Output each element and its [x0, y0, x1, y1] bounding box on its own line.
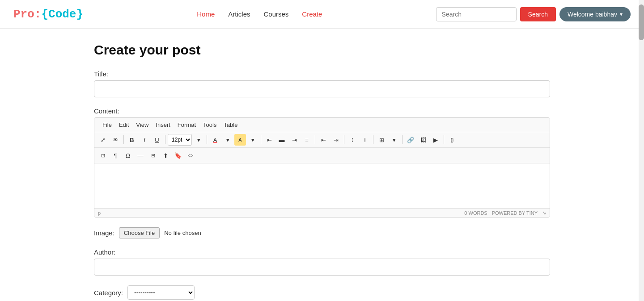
image-row: Image: Choose File No file chosen	[94, 227, 550, 238]
scrollbar-thumb[interactable]	[639, 4, 644, 40]
toolbar-sep-6	[344, 135, 344, 144]
logo-brace-close: }	[76, 8, 83, 21]
editor-container: File Edit View Insert Format Tools Table…	[94, 117, 550, 217]
no-file-text: No file chosen	[164, 230, 201, 236]
editor-powered-by: POWERED BY TINY	[492, 210, 538, 216]
toolbar-bold-btn[interactable]: B	[126, 134, 138, 146]
toolbar-sep-8	[402, 135, 402, 144]
nav-link-home[interactable]: Home	[197, 10, 215, 18]
toolbar-align-center-btn[interactable]: ▬	[276, 134, 288, 146]
nav-link-articles[interactable]: Articles	[228, 10, 250, 18]
choose-file-label[interactable]: Choose File	[119, 227, 160, 238]
toolbar-font-color-btn[interactable]: A	[209, 134, 221, 146]
category-select[interactable]: ----------	[127, 285, 195, 300]
toolbar-table-btn[interactable]: ⊞	[376, 134, 387, 146]
editor-toolbar-row1: ⤢ 👁 B I U 12pt 10pt 14pt 18pt ▾ A ▾ A ▾	[94, 132, 550, 148]
toolbar-bookmark-btn[interactable]: 🔖	[172, 150, 184, 161]
content-group: Content: File Edit View Insert Format To…	[94, 107, 550, 217]
toolbar-highlight-btn[interactable]: A	[234, 134, 246, 146]
toolbar-select-all-btn[interactable]: ⊡	[97, 150, 109, 161]
editor-paragraph-tag: p	[98, 210, 101, 216]
toolbar-preview-btn[interactable]: 👁	[110, 134, 121, 146]
editor-word-count: 0 WORDS	[464, 210, 487, 216]
toolbar-show-para-btn[interactable]: ¶	[110, 150, 121, 161]
category-row: Category: ----------	[94, 285, 550, 300]
nav-search-area: Search Welcome baibhav	[436, 7, 631, 21]
toolbar-underline-btn[interactable]: U	[151, 134, 163, 146]
search-button[interactable]: Search	[520, 7, 556, 21]
toolbar-sep-7	[373, 135, 373, 144]
logo[interactable]: Pro:{Code}	[13, 8, 83, 21]
editor-statusbar: p 0 WORDS POWERED BY TINY ↘	[94, 208, 550, 217]
toolbar-media-btn[interactable]: ▶	[430, 134, 441, 146]
toolbar-font-color-dropdown-btn[interactable]: ▾	[222, 134, 233, 146]
editor-menu-edit[interactable]: Edit	[115, 120, 132, 130]
toolbar-hr-btn[interactable]: —	[135, 150, 146, 161]
toolbar-sep-2	[165, 135, 165, 144]
toolbar-indent-btn[interactable]: ⇥	[330, 134, 342, 146]
editor-toolbar-row2: ⊡ ¶ Ω — ⊟ ⬆ 🔖 <>	[94, 148, 550, 163]
toolbar-align-justify-btn[interactable]: ≡	[301, 134, 313, 146]
toolbar-sep-3	[207, 135, 207, 144]
image-label: Image:	[94, 229, 114, 237]
toolbar-highlight-dropdown-btn[interactable]: ▾	[247, 134, 258, 146]
content-label: Content:	[94, 107, 550, 115]
author-group: Author:	[94, 248, 550, 276]
toolbar-code-block-btn[interactable]: {}	[446, 134, 458, 146]
nav-links: Home Articles Courses Create	[197, 10, 322, 18]
category-label: Category:	[94, 289, 123, 297]
toolbar-source-code-btn[interactable]: <>	[185, 150, 196, 161]
toolbar-italic-btn[interactable]: I	[139, 134, 150, 146]
logo-brace-open: {	[41, 8, 48, 21]
editor-menu-tools[interactable]: Tools	[199, 120, 220, 130]
toolbar-sep-5	[315, 135, 315, 144]
scrollbar[interactable]	[639, 0, 644, 301]
toolbar-table-dropdown-btn[interactable]: ▾	[388, 134, 400, 146]
welcome-button[interactable]: Welcome baibhav	[559, 7, 631, 21]
toolbar-outdent-btn[interactable]: ⇤	[318, 134, 329, 146]
editor-menu-view[interactable]: View	[132, 120, 152, 130]
nav-link-create[interactable]: Create	[302, 10, 322, 18]
toolbar-pagebreak-btn[interactable]: ⊟	[147, 150, 159, 161]
logo-pro: Pro:	[13, 8, 41, 21]
editor-menu-table[interactable]: Table	[220, 120, 241, 130]
toolbar-fullscreen-btn[interactable]: ⤢	[97, 134, 109, 146]
title-input[interactable]	[94, 80, 550, 97]
toolbar-image-btn[interactable]: 🖼	[417, 134, 429, 146]
title-group: Title:	[94, 70, 550, 97]
editor-resize-icon[interactable]: ↘	[542, 210, 546, 216]
editor-menubar: File Edit View Insert Format Tools Table	[94, 118, 550, 132]
editor-body[interactable]	[94, 163, 550, 208]
toolbar-upload-btn[interactable]: ⬆	[160, 150, 171, 161]
author-label: Author:	[94, 248, 550, 256]
toolbar-sep-9	[444, 135, 444, 144]
toolbar-sep-4	[261, 135, 261, 144]
toolbar-align-left-btn[interactable]: ⇤	[263, 134, 275, 146]
toolbar-link-btn[interactable]: 🔗	[405, 134, 416, 146]
toolbar-align-right-btn[interactable]: ⇥	[288, 134, 300, 146]
toolbar-bullet-list-btn[interactable]: ⁝	[347, 134, 358, 146]
navbar: Pro:{Code} Home Articles Courses Create …	[0, 0, 644, 29]
search-input[interactable]	[436, 7, 517, 21]
page-title: Create your post	[94, 42, 550, 58]
editor-menu-format[interactable]: Format	[174, 120, 199, 130]
logo-code: Code	[48, 8, 76, 21]
toolbar-sep-1	[123, 135, 124, 144]
toolbar-fontsize-dropdown-btn[interactable]: ▾	[193, 134, 204, 146]
author-input[interactable]	[94, 259, 550, 276]
main-content: Create your post Title: Content: File Ed…	[85, 29, 559, 301]
nav-link-courses[interactable]: Courses	[263, 10, 288, 18]
editor-menu-insert[interactable]: Insert	[152, 120, 174, 130]
toolbar-special-char-btn[interactable]: Ω	[122, 150, 134, 161]
toolbar-numbered-list-btn[interactable]: ⁞	[359, 134, 371, 146]
title-label: Title:	[94, 70, 550, 78]
font-size-select[interactable]: 12pt 10pt 14pt 18pt	[168, 134, 192, 146]
editor-menu-file[interactable]: File	[99, 120, 115, 130]
